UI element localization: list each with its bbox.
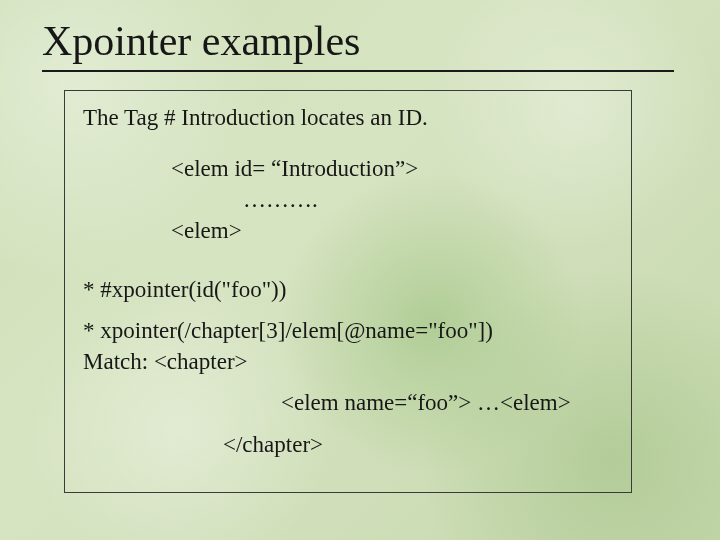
slide-title: Xpointer examples — [42, 18, 678, 64]
title-underline — [42, 70, 674, 72]
example-elem-line: <elem name=“foo”> …<elem> — [281, 387, 613, 418]
code-line: <elem> — [171, 215, 613, 246]
slide-root: Xpointer examples The Tag # Introduction… — [0, 0, 720, 540]
closing-chapter-line: </chapter> — [223, 429, 613, 460]
bullet-item: * xpointer(/chapter[3]/elem[@name="foo"]… — [83, 315, 613, 377]
elem-code-block: <elem id= “Introduction”> ………. <elem> — [83, 153, 613, 246]
bullet-item: * #xpointer(id("foo")) — [83, 274, 613, 305]
code-line: ………. — [243, 184, 613, 215]
bullet-line: Match: <chapter> — [83, 349, 248, 374]
bullet-line: * xpointer(/chapter[3]/elem[@name="foo"]… — [83, 318, 493, 343]
lead-sentence: The Tag # Introduction locates an ID. — [83, 105, 613, 131]
code-line: <elem id= “Introduction”> — [171, 153, 613, 184]
content-box: The Tag # Introduction locates an ID. <e… — [64, 90, 632, 492]
